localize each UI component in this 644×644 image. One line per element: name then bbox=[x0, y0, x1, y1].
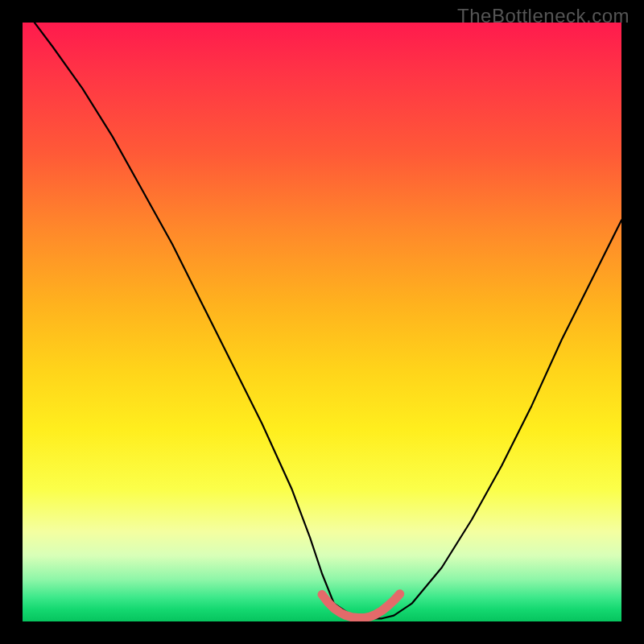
chart-plot-area bbox=[23, 23, 621, 621]
chart-svg bbox=[23, 23, 621, 621]
valley-highlight bbox=[322, 594, 400, 618]
chart-frame bbox=[23, 23, 621, 621]
watermark-text: TheBottleneck.com bbox=[457, 5, 630, 27]
bottleneck-curve bbox=[35, 23, 621, 618]
